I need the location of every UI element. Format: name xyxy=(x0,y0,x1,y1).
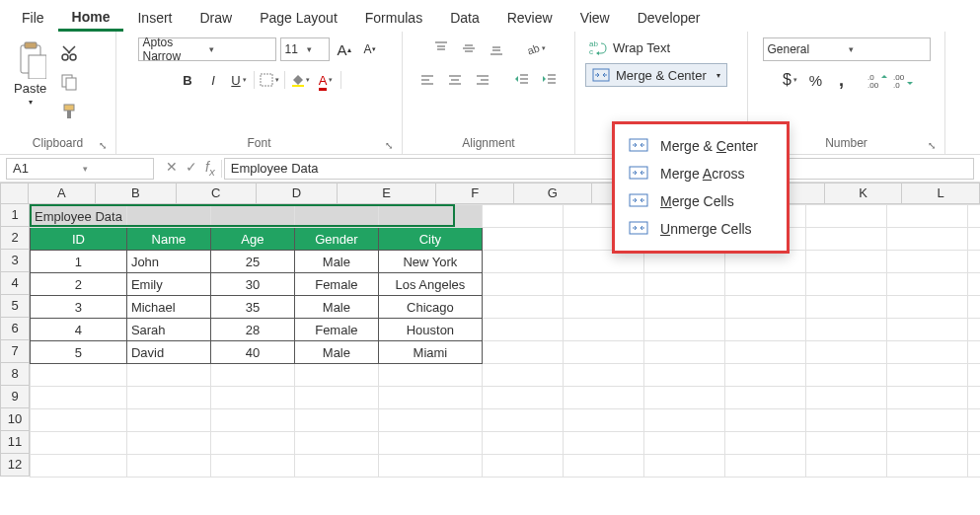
align-left-button[interactable] xyxy=(416,69,438,91)
orientation-button[interactable]: ab xyxy=(525,37,547,59)
cell[interactable] xyxy=(294,387,378,409)
cell[interactable]: Michael xyxy=(126,296,210,319)
comma-format-button[interactable]: , xyxy=(831,69,853,91)
column-header[interactable]: D xyxy=(257,183,338,204)
cell[interactable] xyxy=(724,273,805,296)
menu-item-merge-center[interactable]: Merge & Center xyxy=(615,132,787,160)
fill-color-button[interactable] xyxy=(289,69,311,91)
decrease-decimal-button[interactable]: .00.0 xyxy=(892,69,914,91)
menu-item-merge-across[interactable]: Merge Across xyxy=(615,160,787,187)
cell[interactable] xyxy=(294,364,378,387)
cell[interactable] xyxy=(563,319,643,341)
cell[interactable] xyxy=(886,319,967,341)
cell[interactable] xyxy=(378,455,482,478)
font-color-button[interactable]: A xyxy=(315,69,337,91)
column-header[interactable]: B xyxy=(96,183,177,204)
cell[interactable]: Female xyxy=(294,273,378,296)
increase-indent-button[interactable] xyxy=(539,69,561,91)
cell[interactable]: 35 xyxy=(210,296,294,319)
cell[interactable] xyxy=(886,296,967,319)
cell[interactable] xyxy=(967,432,980,455)
cell[interactable] xyxy=(482,251,563,273)
increase-decimal-button[interactable]: .0.00 xyxy=(867,69,888,91)
cell[interactable]: Chicago xyxy=(378,296,482,319)
cell[interactable] xyxy=(886,409,967,432)
cell[interactable] xyxy=(210,432,294,455)
cell[interactable] xyxy=(482,341,563,364)
tab-page-layout[interactable]: Page Layout xyxy=(246,6,351,30)
formula-input[interactable]: Employee Data xyxy=(224,158,974,180)
cell[interactable]: 2 xyxy=(31,273,127,296)
cell[interactable] xyxy=(378,432,482,455)
cell[interactable] xyxy=(563,341,643,364)
cell[interactable]: Sarah xyxy=(126,319,210,341)
fx-button[interactable]: fx xyxy=(205,159,215,178)
row-header[interactable]: 9 xyxy=(0,386,30,408)
cell[interactable] xyxy=(482,455,563,478)
cell[interactable]: David xyxy=(126,341,210,364)
cell[interactable]: Female xyxy=(294,319,378,341)
cell[interactable]: Age xyxy=(210,228,294,251)
cell[interactable] xyxy=(563,455,643,478)
row-header[interactable]: 1 xyxy=(0,204,30,227)
cell[interactable] xyxy=(805,455,886,478)
accounting-format-button[interactable]: $ xyxy=(780,69,801,91)
tab-home[interactable]: Home xyxy=(58,5,124,32)
row-header[interactable]: 12 xyxy=(0,454,30,477)
cell[interactable] xyxy=(967,409,980,432)
align-right-button[interactable] xyxy=(472,69,493,91)
cell[interactable] xyxy=(126,455,210,478)
cell[interactable] xyxy=(482,296,563,319)
row-header[interactable]: 4 xyxy=(0,272,30,295)
row-header[interactable]: 6 xyxy=(0,318,30,340)
cell[interactable] xyxy=(378,409,482,432)
cell[interactable] xyxy=(967,387,980,409)
column-header[interactable]: F xyxy=(436,183,514,204)
cell[interactable] xyxy=(294,409,378,432)
cell[interactable] xyxy=(482,432,563,455)
cell[interactable]: 3 xyxy=(31,296,127,319)
cell[interactable] xyxy=(482,409,563,432)
cell[interactable] xyxy=(886,432,967,455)
menu-item-unmerge-cells[interactable]: Unmerge Cells xyxy=(615,215,787,243)
cell[interactable] xyxy=(563,387,643,409)
cell[interactable] xyxy=(805,319,886,341)
cell[interactable] xyxy=(482,319,563,341)
cell[interactable] xyxy=(886,341,967,364)
cell[interactable] xyxy=(805,387,886,409)
align-middle-button[interactable] xyxy=(458,37,480,59)
row-header[interactable]: 7 xyxy=(0,340,30,363)
cell[interactable] xyxy=(126,432,210,455)
cell[interactable] xyxy=(643,319,724,341)
cell[interactable] xyxy=(126,387,210,409)
cell[interactable] xyxy=(31,387,127,409)
cancel-formula-button[interactable]: ✕ xyxy=(166,159,178,178)
cell[interactable] xyxy=(210,387,294,409)
cell[interactable] xyxy=(967,251,980,273)
cell[interactable] xyxy=(294,432,378,455)
cell[interactable] xyxy=(31,455,127,478)
number-launcher[interactable]: ⤡ xyxy=(925,138,939,152)
column-header[interactable]: G xyxy=(514,183,592,204)
cell[interactable] xyxy=(805,432,886,455)
menu-item-merge-cells[interactable]: Merge Cells xyxy=(615,187,787,215)
cell[interactable] xyxy=(967,455,980,478)
tab-insert[interactable]: Insert xyxy=(123,6,186,30)
column-header[interactable]: A xyxy=(29,183,96,204)
tab-draw[interactable]: Draw xyxy=(186,6,246,30)
cell[interactable]: Male xyxy=(294,341,378,364)
tab-file[interactable]: File xyxy=(8,6,58,30)
cell[interactable] xyxy=(643,341,724,364)
cell[interactable] xyxy=(886,251,967,273)
column-header[interactable]: E xyxy=(338,183,437,204)
align-center-button[interactable] xyxy=(444,69,466,91)
cell[interactable] xyxy=(805,409,886,432)
cell[interactable]: John xyxy=(126,251,210,273)
cell[interactable] xyxy=(563,409,643,432)
cell[interactable]: 40 xyxy=(210,341,294,364)
cell[interactable] xyxy=(210,205,294,228)
column-header[interactable]: K xyxy=(825,183,903,204)
cell[interactable] xyxy=(643,387,724,409)
row-header[interactable]: 3 xyxy=(0,250,30,272)
cell[interactable] xyxy=(482,387,563,409)
